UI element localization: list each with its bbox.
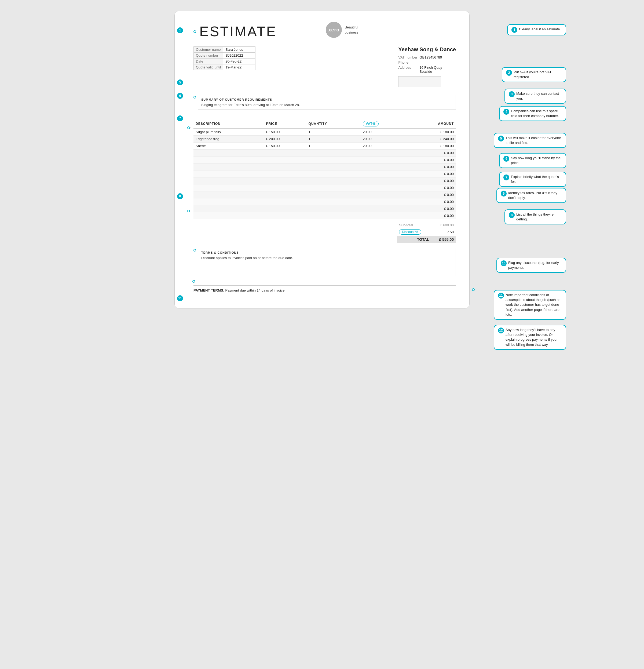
subtotal-label: Sub-total bbox=[397, 222, 431, 228]
table-cell: £ 0.00 bbox=[408, 184, 456, 191]
items-section: DESCRIPTION PRICE QUANTITY VAT% AMOUNT S… bbox=[193, 119, 456, 219]
items-bracket bbox=[189, 128, 191, 211]
table-cell bbox=[361, 170, 408, 177]
table-cell bbox=[361, 191, 408, 198]
table-cell bbox=[264, 170, 306, 177]
col-price: PRICE bbox=[264, 119, 306, 128]
summary-text: Singing telegram for Edith's 80th, arriv… bbox=[201, 103, 452, 107]
annotation-text-3: Make sure they can contact you. bbox=[516, 91, 562, 101]
annotation-dot-11-left: 11 bbox=[177, 295, 183, 301]
table-cell bbox=[193, 198, 264, 205]
xero-tagline: Beautiful business bbox=[345, 25, 358, 35]
annotation-text-12: Say how long they'll have to pay after r… bbox=[506, 328, 562, 347]
annotation-text-9: Identify tax rates. Put 0% if they don't… bbox=[508, 190, 562, 200]
table-cell bbox=[306, 191, 361, 198]
table-cell: £ 0.00 bbox=[408, 212, 456, 219]
annotation-badge-3: 3 bbox=[509, 91, 515, 97]
table-cell bbox=[306, 205, 361, 212]
annotation-badge-10: 10 bbox=[501, 260, 507, 266]
annotation-6: 6 Say how long you'll stand by the price… bbox=[499, 153, 566, 168]
annotation-9: 9 Identify tax rates. Put 0% if they don… bbox=[496, 188, 566, 203]
table-cell bbox=[361, 150, 408, 157]
annotation-5: 5 This will make it easier for everyone … bbox=[494, 133, 566, 148]
annotation-text-4: Companies can use this spare field for t… bbox=[511, 109, 562, 118]
valid-value: 19-Mar-22 bbox=[223, 65, 255, 70]
total-value: £ 555.00 bbox=[431, 236, 456, 243]
table-cell: £ 0.00 bbox=[408, 157, 456, 163]
info-section: Customer name Sara Jones Quote number SJ… bbox=[193, 46, 456, 87]
terms-dot-bottom bbox=[192, 280, 195, 283]
table-cell: £ 240.00 bbox=[408, 136, 456, 143]
table-cell bbox=[193, 163, 264, 170]
table-cell bbox=[264, 191, 306, 198]
annotation-11: 11 Note important conditions or assumpti… bbox=[494, 290, 566, 320]
spare-field bbox=[398, 76, 441, 87]
annotation-3: 3 Make sure they can contact you. bbox=[504, 89, 566, 104]
table-cell bbox=[306, 170, 361, 177]
annotation-badge-9: 9 bbox=[501, 190, 507, 197]
terms-section-wrapper: TERMS & CONDITIONS Discount applies to i… bbox=[193, 248, 456, 281]
table-cell bbox=[264, 184, 306, 191]
items-dot-top bbox=[187, 126, 190, 129]
table-cell: £ 180.00 bbox=[408, 128, 456, 136]
phone-label: Phone bbox=[398, 60, 420, 65]
customer-name-label: Customer name bbox=[194, 47, 223, 53]
company-info: Yeehaw Song & Dance VAT number GB1234567… bbox=[398, 46, 456, 87]
annotation-text-1: Clearly label it an estimate. bbox=[519, 27, 561, 32]
xero-circle-icon: xero bbox=[326, 22, 342, 38]
table-cell: 1 bbox=[306, 128, 361, 136]
table-cell bbox=[193, 150, 264, 157]
table-cell bbox=[193, 191, 264, 198]
table-cell bbox=[361, 157, 408, 163]
table-cell bbox=[361, 198, 408, 205]
table-cell: Frightened frog bbox=[193, 136, 264, 143]
table-cell bbox=[264, 177, 306, 184]
table-cell bbox=[193, 170, 264, 177]
address-label: Address bbox=[398, 65, 420, 74]
annotation-badge-11: 11 bbox=[498, 293, 504, 299]
summary-header: SUMMARY OF CUSTOMER REQUIREMENTS bbox=[201, 98, 452, 101]
table-cell bbox=[306, 157, 361, 163]
annotation-text-10: Flag any discounts (e.g. for early payme… bbox=[508, 260, 562, 270]
table-cell bbox=[306, 163, 361, 170]
annotation-text-11: Note important conditions or assumptions… bbox=[506, 293, 562, 317]
table-cell: £ 180.00 bbox=[408, 143, 456, 150]
annotation-1: 1 Clearly label it an estimate. bbox=[507, 24, 566, 35]
discount-badge: Discount % bbox=[399, 229, 421, 234]
items-dot-bottom bbox=[187, 210, 190, 212]
payment-terms-text: Payment due within 14 days of invoice. bbox=[225, 288, 286, 293]
annotation-dot-8-left: 8 bbox=[177, 193, 183, 199]
annotation-text-6: Say how long you'll stand by the price. bbox=[511, 156, 562, 165]
table-cell: £ 0.00 bbox=[408, 205, 456, 212]
subtotal-value: £ 600.00 bbox=[431, 222, 456, 228]
company-name: Yeehaw Song & Dance bbox=[398, 46, 456, 53]
customer-name-value: Sara Jones bbox=[223, 47, 255, 53]
table-cell: £ 0.00 bbox=[408, 163, 456, 170]
doc-header: ESTIMATE xero Beautiful business bbox=[193, 22, 456, 38]
table-cell bbox=[361, 163, 408, 170]
table-cell bbox=[193, 157, 264, 163]
col-quantity: QUANTITY bbox=[306, 119, 361, 128]
annotation-badge-8: 8 bbox=[509, 212, 515, 218]
table-cell: 20.00 bbox=[361, 136, 408, 143]
table-cell: 1 bbox=[306, 143, 361, 150]
table-cell bbox=[361, 212, 408, 219]
date-value: 20-Feb-22 bbox=[223, 58, 255, 65]
col-vat: VAT% bbox=[361, 119, 408, 128]
payment-terms: PAYMENT TERMS: Payment due within 14 day… bbox=[193, 285, 456, 293]
vat-label: VAT number bbox=[398, 55, 420, 60]
annotation-12: 12 Say how long they'll have to pay afte… bbox=[494, 325, 566, 350]
terms-section: TERMS & CONDITIONS Discount applies to i… bbox=[198, 248, 456, 276]
estimate-title: ESTIMATE bbox=[199, 25, 277, 38]
table-cell bbox=[264, 163, 306, 170]
payment-terms-label: PAYMENT TERMS: bbox=[193, 288, 224, 293]
table-cell bbox=[264, 212, 306, 219]
table-cell: Sugar plum fairy bbox=[193, 128, 264, 136]
vat-value: GB123456789 bbox=[420, 55, 444, 60]
annotation-2: 2 Put N/A if you're not VAT registered bbox=[502, 67, 566, 82]
annotation-text-8: List all the things they're getting. bbox=[516, 212, 562, 222]
table-cell: 1 bbox=[306, 136, 361, 143]
table-cell: £ 200.00 bbox=[264, 136, 306, 143]
table-cell: £ 0.00 bbox=[408, 170, 456, 177]
annotation-text-2: Put N/A if you're not VAT registered bbox=[514, 70, 562, 80]
